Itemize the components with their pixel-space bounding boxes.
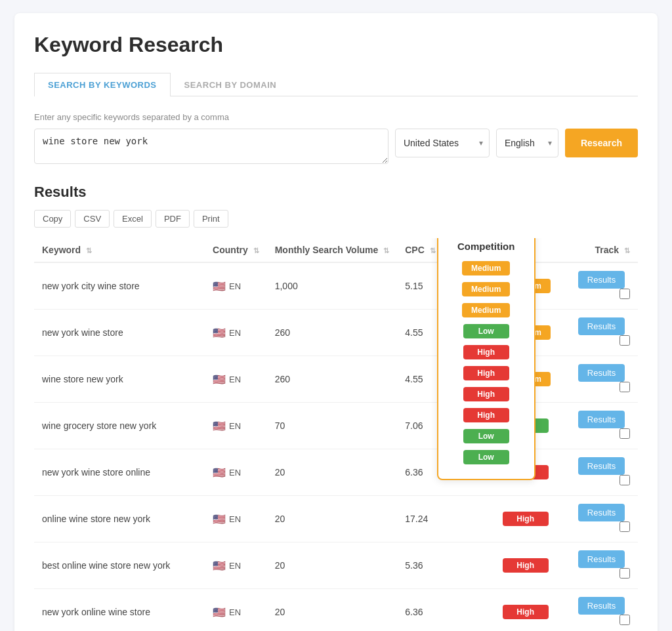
competition-badge: Medium xyxy=(503,279,551,293)
search-row: United States United Kingdom Canada Aust… xyxy=(34,129,638,164)
competition-badge: Low xyxy=(503,418,549,433)
cell-keyword: new york wine store online xyxy=(34,449,205,496)
cell-track: Results xyxy=(558,449,638,496)
results-table: Keyword ⇅ Country ⇅ Monthly Search Volum… xyxy=(34,238,638,631)
cell-keyword: wine store new york xyxy=(34,356,205,403)
track-checkbox[interactable] xyxy=(620,428,630,439)
track-checkbox[interactable] xyxy=(620,615,630,625)
table-row: new york online wine store 🇺🇸 EN 20 6.36… xyxy=(34,589,638,632)
cell-cpc: 6.36 xyxy=(397,449,443,496)
flag-icon: 🇺🇸 xyxy=(213,606,226,619)
cell-country: 🇺🇸 EN xyxy=(205,496,267,542)
track-checkbox[interactable] xyxy=(620,568,630,579)
cell-track: Results xyxy=(558,589,638,632)
cell-keyword: new york city wine store xyxy=(34,262,205,310)
cell-volume: 1,000 xyxy=(267,262,398,310)
cell-cpc: 7.06 xyxy=(397,403,443,449)
cell-competition: Low xyxy=(444,403,558,449)
language-select-wrapper: English Spanish French German xyxy=(496,129,558,157)
sort-keyword-icon[interactable]: ⇅ xyxy=(86,247,92,255)
cell-track: Results xyxy=(558,310,638,356)
sort-country-icon[interactable]: ⇅ xyxy=(253,247,259,255)
track-checkbox[interactable] xyxy=(620,382,630,392)
cell-track: Results xyxy=(558,403,638,449)
sort-cpc-icon[interactable]: ⇅ xyxy=(430,247,436,255)
cell-country: 🇺🇸 EN xyxy=(205,356,267,403)
flag-icon: 🇺🇸 xyxy=(213,466,226,479)
copy-button[interactable]: Copy xyxy=(34,210,71,228)
lang-label: EN xyxy=(229,468,241,478)
cell-competition: High xyxy=(444,542,558,589)
col-header-country: Country ⇅ xyxy=(205,238,267,262)
results-button[interactable]: Results xyxy=(578,317,625,335)
flag-icon: 🇺🇸 xyxy=(213,373,226,386)
cell-competition: High xyxy=(444,589,558,632)
table-row: wine grocery store new york 🇺🇸 EN 70 7.0… xyxy=(34,403,638,449)
cell-cpc: 5.36 xyxy=(397,542,443,589)
competition-badge: Medium xyxy=(503,372,551,386)
table-row: new york city wine store 🇺🇸 EN 1,000 5.1… xyxy=(34,262,638,310)
table-row: online wine store new york 🇺🇸 EN 20 17.2… xyxy=(34,496,638,542)
flag-icon: 🇺🇸 xyxy=(213,280,226,293)
cell-cpc: 4.55 xyxy=(397,310,443,356)
cell-volume: 20 xyxy=(267,496,398,542)
table-row: new york wine store 🇺🇸 EN 260 4.55 Mediu… xyxy=(34,310,638,356)
cell-cpc: 17.24 xyxy=(397,496,443,542)
cell-volume: 20 xyxy=(267,542,398,589)
country-select[interactable]: United States United Kingdom Canada Aust… xyxy=(395,129,490,157)
results-button[interactable]: Results xyxy=(578,364,625,382)
results-button[interactable]: Results xyxy=(578,504,625,521)
cell-country: 🇺🇸 EN xyxy=(205,589,267,632)
cell-competition: High xyxy=(444,496,558,542)
lang-label: EN xyxy=(229,561,241,571)
lang-label: EN xyxy=(229,607,241,617)
track-checkbox[interactable] xyxy=(620,335,630,346)
track-checkbox[interactable] xyxy=(620,289,630,299)
cell-country: 🇺🇸 EN xyxy=(205,449,267,496)
keyword-input[interactable] xyxy=(34,129,388,164)
csv-button[interactable]: CSV xyxy=(75,210,110,228)
cell-track: Results xyxy=(558,496,638,542)
sort-track-icon[interactable]: ⇅ xyxy=(624,247,630,255)
cell-country: 🇺🇸 EN xyxy=(205,542,267,589)
cell-competition: Medium xyxy=(444,262,558,310)
cell-keyword: online wine store new york xyxy=(34,496,205,542)
action-bar: Copy CSV Excel PDF Print xyxy=(34,210,638,228)
popup-title: Competition xyxy=(444,241,529,252)
results-button[interactable]: Results xyxy=(578,550,625,568)
competition-badge: High xyxy=(503,558,549,573)
competition-badge: High xyxy=(503,512,549,526)
excel-button[interactable]: Excel xyxy=(114,210,152,228)
cell-cpc: 4.55 xyxy=(397,356,443,403)
track-checkbox[interactable] xyxy=(620,475,630,485)
country-select-wrapper: United States United Kingdom Canada Aust… xyxy=(395,129,490,157)
print-button[interactable]: Print xyxy=(194,210,228,228)
track-checkbox[interactable] xyxy=(620,521,630,532)
cell-cpc: 5.15 xyxy=(397,262,443,310)
competition-badge: Medium xyxy=(503,325,551,340)
cell-competition: High xyxy=(444,449,558,496)
results-button[interactable]: Results xyxy=(578,411,625,428)
competition-badge: High xyxy=(503,605,549,619)
results-button[interactable]: Results xyxy=(578,457,625,475)
tab-search-by-domain[interactable]: SEARCH BY DOMAIN xyxy=(171,73,291,96)
flag-icon: 🇺🇸 xyxy=(213,420,226,432)
sort-volume-icon[interactable]: ⇅ xyxy=(383,247,389,255)
cell-keyword: new york wine store xyxy=(34,310,205,356)
pdf-button[interactable]: PDF xyxy=(156,210,190,228)
results-button[interactable]: Results xyxy=(578,597,625,615)
cell-competition: Medium xyxy=(444,310,558,356)
cell-keyword: new york online wine store xyxy=(34,589,205,632)
cell-track: Results xyxy=(558,356,638,403)
cell-competition: Medium xyxy=(444,356,558,403)
tab-search-by-keywords[interactable]: SEARCH BY KEYWORDS xyxy=(34,73,171,96)
language-select[interactable]: English Spanish French German xyxy=(496,129,558,157)
cell-volume: 260 xyxy=(267,356,398,403)
cell-volume: 70 xyxy=(267,403,398,449)
cell-track: Results xyxy=(558,542,638,589)
lang-label: EN xyxy=(229,375,241,384)
results-button[interactable]: Results xyxy=(578,271,625,289)
table-row: wine store new york 🇺🇸 EN 260 4.55 Mediu… xyxy=(34,356,638,403)
table-row: new york wine store online 🇺🇸 EN 20 6.36… xyxy=(34,449,638,496)
research-button[interactable]: Research xyxy=(565,129,638,157)
